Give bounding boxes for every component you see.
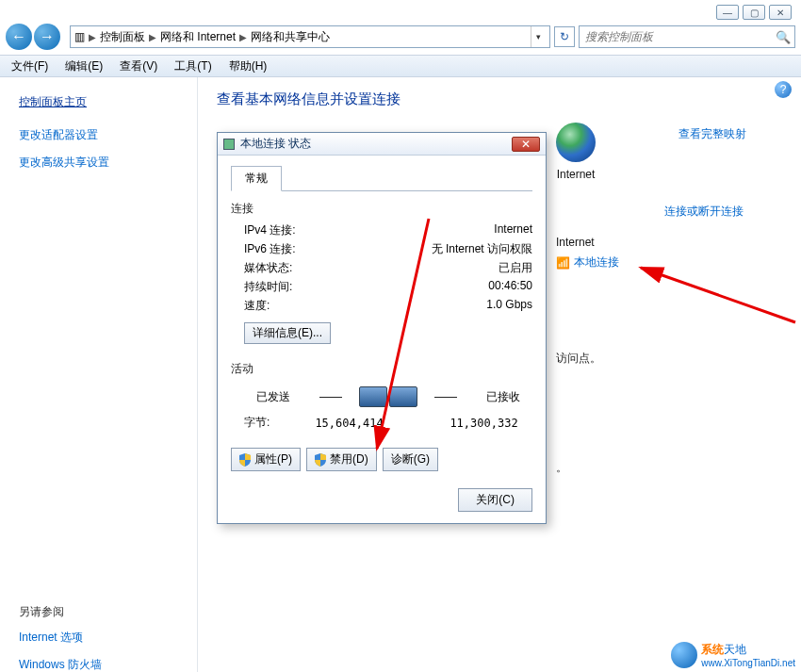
ipv4-label: IPv4 连接: — [244, 222, 400, 238]
monitor-icon — [359, 386, 417, 407]
truncated-text: 访问点。 — [556, 351, 601, 367]
menu-edit[interactable]: 编辑(E) — [65, 58, 103, 74]
address-toolbar: ← → ▥ ▶ 控制面板 ▶ 网络和 Internet ▶ 网络和共享中心 ▾ … — [6, 23, 795, 51]
dash-separator: —— — [417, 390, 474, 403]
dialog-close-bottom-button[interactable]: 关闭(C) — [458, 488, 532, 512]
speed-label: 速度: — [244, 298, 400, 314]
see-also-header: 另请参阅 — [19, 604, 178, 620]
dialog-title: 本地连接 状态 — [240, 136, 512, 152]
sidebar-home-link[interactable]: 控制面板主页 — [19, 94, 178, 110]
refresh-button[interactable]: ↻ — [554, 26, 575, 47]
local-connection-status-dialog: 本地连接 状态 ✕ 常规 连接 IPv4 连接:Internet IPv6 连接… — [217, 132, 547, 524]
network-diagram-internet: Internet — [556, 123, 596, 181]
breadcrumb-bar[interactable]: ▥ ▶ 控制面板 ▶ 网络和 Internet ▶ 网络和共享中心 ▾ — [70, 25, 550, 48]
sidebar-link-sharing[interactable]: 更改高级共享设置 — [19, 155, 178, 171]
properties-button[interactable]: 属性(P) — [231, 448, 301, 471]
watermark-globe-icon — [671, 642, 697, 668]
shield-icon — [315, 453, 326, 467]
connect-disconnect-link[interactable]: 连接或断开连接 — [664, 204, 744, 220]
page-heading: 查看基本网络信息并设置连接 — [217, 90, 782, 108]
search-box[interactable]: 🔍 — [579, 25, 795, 48]
sidebar: 控制面板主页 更改适配器设置 更改高级共享设置 另请参阅 Internet 选项… — [0, 77, 198, 672]
minimize-button[interactable]: — — [716, 5, 739, 20]
network-adapter-icon — [223, 139, 235, 150]
duration-label: 持续时间: — [244, 279, 400, 295]
view-full-map-link[interactable]: 查看完整映射 — [678, 126, 746, 142]
bytes-sent-value: 15,604,414 — [301, 417, 398, 430]
dialog-close-button[interactable]: ✕ — [512, 137, 540, 152]
group-activity-header: 活动 — [231, 361, 532, 377]
local-connection-link[interactable]: 本地连接 — [574, 254, 619, 270]
media-state-label: 媒体状态: — [244, 260, 400, 276]
ipv6-label: IPv6 连接: — [244, 241, 400, 257]
bytes-received-value: 11,300,332 — [435, 417, 532, 430]
internet-label: Internet — [557, 168, 596, 181]
menu-tools[interactable]: 工具(T) — [174, 58, 211, 74]
see-also-firewall[interactable]: Windows 防火墙 — [19, 657, 178, 672]
dialog-tabs: 常规 — [231, 165, 532, 191]
sent-header: 已发送 — [244, 389, 302, 405]
dash-separator: —— — [302, 390, 359, 403]
menu-bar: 文件(F) 编辑(E) 查看(V) 工具(T) 帮助(H) — [0, 55, 801, 77]
globe-icon — [556, 123, 596, 162]
maximize-button[interactable]: ▢ — [743, 5, 765, 20]
tab-general[interactable]: 常规 — [231, 166, 282, 191]
signal-icon: 📶 — [556, 256, 570, 270]
diagnose-button[interactable]: 诊断(G) — [383, 448, 438, 471]
menu-view[interactable]: 查看(V) — [120, 58, 157, 74]
see-also-internet-options[interactable]: Internet 选项 — [19, 630, 178, 646]
disable-button[interactable]: 禁用(D) — [306, 448, 377, 471]
nav-forward-button[interactable]: → — [34, 24, 60, 50]
control-panel-icon: ▥ — [74, 30, 85, 43]
group-connection-header: 连接 — [231, 201, 532, 217]
speed-value: 1.0 Gbps — [400, 298, 532, 314]
chevron-right-icon: ▶ — [239, 32, 247, 42]
access-type-value: Internet — [556, 236, 595, 249]
watermark: 系统天地 www.XiTongTianDi.net — [671, 642, 795, 668]
chevron-right-icon: ▶ — [89, 32, 96, 42]
breadcrumb-item[interactable]: 网络和 Internet — [160, 29, 236, 45]
menu-help[interactable]: 帮助(H) — [229, 58, 268, 74]
breadcrumb-item[interactable]: 控制面板 — [100, 29, 145, 45]
sidebar-link-adapter[interactable]: 更改适配器设置 — [19, 127, 178, 143]
breadcrumb-item[interactable]: 网络和共享中心 — [251, 29, 330, 45]
watermark-url: www.XiTongTianDi.net — [701, 658, 795, 668]
duration-value: 00:46:50 — [400, 279, 532, 295]
sidebar-see-also: 另请参阅 Internet 选项 Windows 防火墙 家庭组 — [19, 604, 178, 672]
shield-icon — [239, 453, 251, 467]
details-button[interactable]: 详细信息(E)... — [244, 322, 331, 344]
connection-line: 📶 本地连接 — [556, 254, 619, 270]
ipv4-value: Internet — [400, 222, 532, 238]
media-state-value: 已启用 — [400, 260, 532, 276]
menu-file[interactable]: 文件(F) — [11, 58, 48, 74]
truncated-text: 。 — [556, 460, 567, 476]
close-window-button[interactable]: ✕ — [769, 5, 792, 20]
ipv6-value: 无 Internet 访问权限 — [400, 241, 532, 257]
breadcrumb-dropdown[interactable]: ▾ — [531, 26, 546, 47]
search-icon[interactable]: 🔍 — [776, 30, 791, 44]
chevron-right-icon: ▶ — [149, 32, 156, 42]
bytes-label: 字节: — [244, 415, 301, 431]
search-input[interactable] — [583, 29, 776, 44]
dialog-titlebar[interactable]: 本地连接 状态 ✕ — [218, 133, 546, 156]
nav-back-button[interactable]: ← — [6, 24, 32, 50]
received-header: 已接收 — [474, 389, 532, 405]
